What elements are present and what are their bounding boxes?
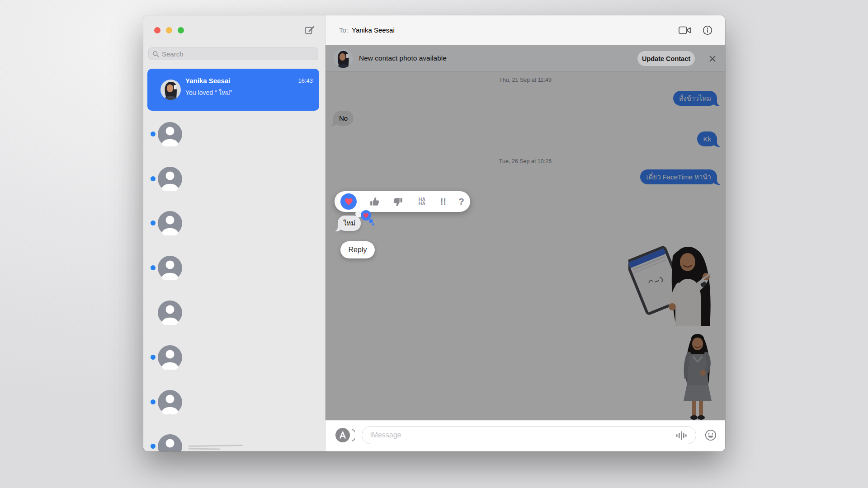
generic-avatar-icon	[158, 122, 182, 146]
audio-message-icon[interactable]	[676, 431, 688, 442]
sidebar: Yanika Seesai 16:43 You loved “ ใหม่”	[143, 15, 326, 451]
search-icon	[152, 51, 159, 57]
video-camera-icon	[679, 26, 691, 35]
search-field[interactable]	[148, 47, 318, 60]
thumbs-up-icon	[369, 196, 380, 207]
details-button[interactable]	[701, 25, 714, 36]
conversation-row[interactable]	[143, 300, 326, 325]
composer-bar	[326, 420, 725, 451]
conversation-row[interactable]	[143, 122, 326, 146]
generic-avatar-icon	[158, 390, 182, 414]
unread-indicator	[151, 131, 156, 136]
tapback-picker: HA HA !! ?	[335, 191, 470, 212]
avatar	[334, 49, 353, 68]
generic-avatar-icon	[158, 167, 182, 191]
close-icon	[709, 55, 716, 62]
conversation-name: Yanika Seesai	[185, 77, 230, 84]
heart-selected-circle	[340, 193, 357, 210]
generic-avatar-icon	[158, 434, 182, 451]
unread-indicator	[151, 265, 156, 270]
emoji-picker-button[interactable]	[705, 429, 717, 441]
contact-photo-banner: New contact photo available Update Conta…	[326, 45, 725, 71]
conversation-header: To:Yanika Seesai	[326, 15, 725, 45]
banner-message: New contact photo available	[359, 54, 447, 62]
to-label: To:	[339, 26, 348, 34]
reaction-trail-dot	[369, 219, 373, 223]
search-input[interactable]	[162, 50, 311, 58]
conversation-area: Thu, 21 Sep at 11:49 สั่งข้าวไหม No Kk T…	[326, 45, 725, 420]
update-contact-button[interactable]: Update Contact	[637, 51, 695, 66]
info-icon	[702, 25, 713, 36]
conversation-preview: You loved “ ใหม่”	[185, 88, 232, 98]
reaction-trail-dot	[372, 223, 374, 225]
minimize-window-button[interactable]	[166, 27, 172, 33]
redacted-text	[189, 443, 270, 450]
unread-indicator	[151, 176, 156, 181]
conversation-row[interactable]	[143, 256, 326, 280]
heart-icon	[344, 197, 353, 206]
focused-message-bubble[interactable]: ใหม่	[338, 216, 361, 231]
conversation-row[interactable]	[143, 345, 326, 370]
dim-overlay	[326, 45, 725, 420]
conversation-row[interactable]	[143, 390, 326, 414]
compose-button[interactable]	[303, 23, 316, 36]
close-window-button[interactable]	[154, 27, 160, 33]
conversation-time: 16:43	[298, 77, 313, 84]
tapback-question[interactable]: ?	[458, 196, 464, 207]
smiley-icon	[705, 429, 717, 441]
tapback-exclamation[interactable]: !!	[440, 197, 446, 207]
conversation-row[interactable]	[143, 167, 326, 191]
tapback-thumbs-down[interactable]	[392, 196, 404, 207]
facetime-button[interactable]	[679, 25, 691, 36]
messages-window: Yanika Seesai 16:43 You loved “ ใหม่”	[143, 15, 725, 451]
app-store-icon	[335, 427, 355, 443]
thumbs-down-icon	[392, 196, 404, 207]
imessage-apps-button[interactable]	[335, 427, 355, 443]
avatar	[160, 80, 181, 100]
unread-indicator	[151, 444, 156, 449]
unread-indicator	[151, 399, 156, 404]
message-input-field[interactable]	[362, 426, 696, 444]
conversation-selected[interactable]: Yanika Seesai 16:43 You loved “ ใหม่”	[147, 69, 319, 111]
generic-avatar-icon	[158, 345, 182, 370]
generic-avatar-icon	[158, 256, 182, 280]
conversation-row[interactable]	[143, 434, 326, 451]
tapback-thumbs-up[interactable]	[369, 196, 380, 207]
reply-button[interactable]: Reply	[340, 241, 375, 258]
message-input[interactable]	[370, 427, 651, 444]
compose-icon	[304, 24, 316, 36]
unread-indicator	[151, 355, 156, 360]
heart-icon	[363, 213, 369, 218]
close-banner-button[interactable]	[709, 55, 716, 62]
recipient-line: To:Yanika Seesai	[339, 26, 395, 34]
generic-avatar-icon	[158, 300, 182, 325]
tapback-haha[interactable]: HA HA	[416, 197, 428, 206]
zoom-window-button[interactable]	[178, 27, 184, 33]
conversation-row[interactable]	[143, 211, 326, 235]
tapback-heart[interactable]	[340, 193, 357, 210]
generic-avatar-icon	[158, 211, 182, 235]
unread-indicator	[151, 221, 156, 225]
recipient-name: Yanika Seesai	[352, 26, 395, 34]
